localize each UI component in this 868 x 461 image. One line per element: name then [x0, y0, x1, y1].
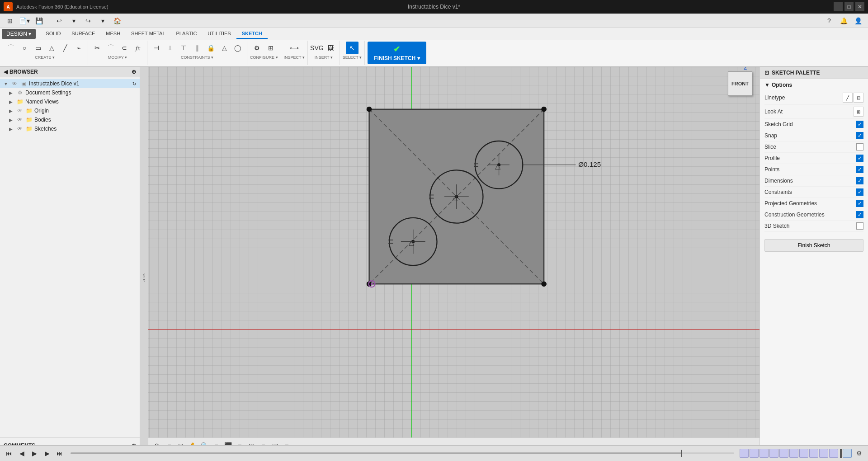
projectedgeo-checkbox[interactable]: ✓ — [856, 200, 863, 207]
fillet-tool[interactable]: ⌒ — [104, 42, 117, 54]
tab-utilities[interactable]: UTILITIES — [202, 29, 236, 39]
palette-options-title[interactable]: ▼ Options — [764, 82, 863, 88]
undo-button[interactable]: ↩ — [53, 14, 66, 27]
help-button[interactable]: ? — [823, 14, 835, 27]
timeline-last-button[interactable]: ⏭ — [54, 448, 65, 459]
timeline-step-1[interactable] — [740, 449, 749, 458]
arc-tool[interactable]: ⌒ — [5, 42, 17, 54]
timeline-first-button[interactable]: ⏮ — [4, 448, 14, 459]
points-checkbox[interactable]: ✓ — [856, 166, 863, 173]
timeline-settings-button[interactable]: ⚙ — [854, 448, 864, 459]
timeline-step-current[interactable] — [843, 449, 852, 458]
tab-sheetmetal[interactable]: SHEET METAL — [126, 29, 170, 39]
select-btn[interactable]: ↖ — [346, 42, 359, 54]
canvas-area[interactable]: -1.25 △ Ø0.12 — [140, 67, 760, 453]
linetype-btn-2[interactable]: ⊡ — [854, 93, 863, 103]
palette-row-3dsketch: 3D Sketch — [764, 221, 863, 232]
constraint-lock[interactable]: 🔒 — [204, 42, 217, 54]
3dsketch-checkbox[interactable] — [856, 222, 863, 230]
circle-tool[interactable]: ○ — [18, 42, 31, 54]
view-cube[interactable]: Z FRONT — [728, 71, 755, 99]
save-button[interactable]: 💾 — [33, 14, 45, 27]
insert-label[interactable]: INSERT ▾ — [315, 55, 333, 60]
minimize-button[interactable]: — — [834, 2, 843, 11]
constraint-triangle[interactable]: △ — [218, 42, 231, 54]
tree-refresh-icon[interactable]: ↻ — [132, 81, 136, 86]
timeline-step-9[interactable] — [819, 449, 828, 458]
undo-dropdown[interactable]: ▾ — [67, 14, 80, 27]
file-menu-button[interactable]: 📄▾ — [18, 14, 31, 27]
constraint-vert[interactable]: ⊥ — [164, 42, 176, 54]
rectangle-tool[interactable]: ▭ — [32, 42, 44, 54]
constraint-horiz[interactable]: ⊣ — [150, 42, 163, 54]
browser-menu-icon[interactable]: ⊕ — [132, 69, 136, 75]
timeline-step-5[interactable] — [779, 449, 788, 458]
snap-checkbox[interactable]: ✓ — [856, 132, 863, 139]
inspect-label[interactable]: INSPECT ▾ — [284, 55, 305, 60]
constraint-parallel[interactable]: ∥ — [191, 42, 203, 54]
redo-button[interactable]: ↪ — [82, 14, 94, 27]
tab-solid[interactable]: SOLID — [40, 29, 66, 39]
timeline-prev-button[interactable]: ◀ — [16, 448, 27, 459]
maximize-button[interactable]: □ — [844, 2, 854, 11]
timeline-track[interactable] — [71, 452, 734, 454]
configure-label[interactable]: CONFIGURE ▾ — [250, 55, 278, 60]
tree-item-namedviews[interactable]: ▶ 📁 Named Views — [0, 97, 140, 106]
timeline-step-3[interactable] — [760, 449, 769, 458]
linetype-btn-1[interactable]: ╱ — [843, 93, 853, 103]
create-label[interactable]: CREATE ▾ — [35, 55, 54, 60]
tree-item-root[interactable]: ▼ 👁 ▣ Instructables Dice v1 ↻ — [0, 79, 140, 88]
constraints-checkbox[interactable]: ✓ — [856, 188, 863, 196]
tree-item-bodies[interactable]: ▶ 👁 📁 Bodies — [0, 115, 140, 124]
table-btn[interactable]: ⊞ — [264, 42, 277, 54]
insert-image-btn[interactable]: 🖼 — [324, 42, 337, 54]
slice-checkbox[interactable] — [856, 143, 863, 151]
tab-mesh[interactable]: MESH — [100, 29, 126, 39]
measure-btn[interactable]: ⟷ — [288, 42, 301, 54]
tree-item-sketches[interactable]: ▶ 👁 📁 Sketches — [0, 124, 140, 133]
timeline-step-10[interactable] — [829, 449, 838, 458]
palette-icon: ⊡ — [764, 70, 769, 76]
grid-menu-button[interactable]: ⊞ — [4, 14, 16, 27]
timeline-step-6[interactable] — [789, 449, 798, 458]
spline-tool[interactable]: ⌁ — [72, 42, 85, 54]
constraint-circle[interactable]: ◯ — [231, 42, 244, 54]
timeline-play-button[interactable]: ▶ — [29, 448, 40, 459]
constraints-label[interactable]: CONSTRAINTS ▾ — [181, 55, 213, 60]
sketchgrid-checkbox[interactable]: ✓ — [856, 121, 863, 128]
notification-button[interactable]: 🔔 — [837, 14, 850, 27]
close-button[interactable]: ✕ — [855, 2, 864, 11]
tree-item-origin[interactable]: ▶ 👁 📁 Origin — [0, 106, 140, 115]
tree-item-docsettings[interactable]: ▶ ⚙ Document Settings — [0, 88, 140, 97]
polygon-tool[interactable]: △ — [45, 42, 58, 54]
dimensions-checkbox[interactable]: ✓ — [856, 177, 863, 184]
lookat-button[interactable]: ⊞ — [854, 107, 863, 117]
timeline-step-4[interactable] — [769, 449, 778, 458]
select-label[interactable]: SELECT ▾ — [343, 55, 362, 60]
constructiongeo-checkbox[interactable]: ✓ — [856, 211, 863, 218]
timeline-step-7[interactable] — [799, 449, 808, 458]
modify-label[interactable]: MODIFY ▾ — [108, 55, 127, 60]
insert-svg-btn[interactable]: SVG — [311, 42, 323, 54]
timeline-step-8[interactable] — [809, 449, 818, 458]
tab-sketch[interactable]: SKETCH — [236, 29, 268, 39]
configure-btn[interactable]: ⚙ — [251, 42, 264, 54]
line-tool[interactable]: ╱ — [59, 42, 71, 54]
profile-checkbox[interactable]: ✓ — [856, 155, 863, 162]
tab-plastic[interactable]: PLASTIC — [171, 29, 203, 39]
finish-sketch-button[interactable]: ✔ FINISH SKETCH ▾ — [368, 42, 426, 64]
home-button[interactable]: 🏠 — [111, 14, 123, 27]
offset-tool[interactable]: ⊂ — [118, 42, 131, 54]
cube-front-face[interactable]: FRONT — [728, 71, 752, 96]
design-menu-button[interactable]: DESIGN ▾ — [2, 29, 36, 39]
formula-tool[interactable]: 𝑓𝑥 — [132, 42, 144, 54]
palette-finish-sketch-button[interactable]: Finish Sketch — [764, 239, 863, 252]
timeline-step-2[interactable] — [750, 449, 759, 458]
timeline-next-button[interactable]: ▶ — [42, 448, 52, 459]
account-button[interactable]: 👤 — [852, 14, 864, 27]
browser-collapse-icon[interactable]: ◀ — [4, 69, 8, 75]
tab-surface[interactable]: SURFACE — [66, 29, 100, 39]
constraint-perp[interactable]: ⊤ — [177, 42, 190, 54]
redo-dropdown[interactable]: ▾ — [96, 14, 109, 27]
trim-tool[interactable]: ✂ — [91, 42, 104, 54]
